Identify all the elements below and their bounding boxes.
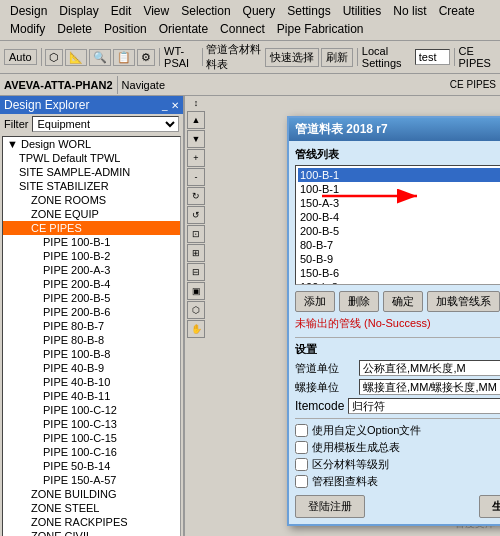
- pipe-list-item[interactable]: 100-b-8: [298, 280, 500, 285]
- tree-item[interactable]: ZONE STEEL: [3, 501, 180, 515]
- checkbox1[interactable]: [295, 424, 308, 437]
- filter-row: Filter Equipment: [0, 114, 183, 134]
- tree-item[interactable]: ZONE CIVIL: [3, 529, 180, 536]
- menu-display[interactable]: Display: [53, 2, 104, 20]
- pipe-list-box[interactable]: 100-B-1100-B-1150-A-3200-B-4200-B-580-B-…: [295, 165, 500, 285]
- nav-pan[interactable]: ✋: [187, 320, 205, 338]
- settings-input[interactable]: [415, 49, 450, 65]
- nav-iso[interactable]: ⬡: [187, 301, 205, 319]
- pipe-unit-input[interactable]: [359, 360, 500, 376]
- menu-modify[interactable]: Modify: [4, 20, 51, 38]
- nav-up[interactable]: ▲: [187, 111, 205, 129]
- tree-item[interactable]: TPWL Default TPWL: [3, 151, 180, 165]
- weld-unit-label: 螺接单位: [295, 380, 355, 395]
- menu-create[interactable]: Create: [433, 2, 481, 20]
- tree-item[interactable]: ZONE EQUIP: [3, 207, 180, 221]
- pipe-list-item[interactable]: 200-B-5: [298, 224, 500, 238]
- menu-design[interactable]: Design: [4, 2, 53, 20]
- filter-select[interactable]: Equipment: [32, 116, 179, 132]
- checkbox2[interactable]: [295, 441, 308, 454]
- menu-settings[interactable]: Settings: [281, 2, 336, 20]
- tree-item[interactable]: PIPE 200-B-4: [3, 277, 180, 291]
- pipe-list-item[interactable]: 100-B-1: [298, 168, 500, 182]
- tree-item[interactable]: PIPE 100-B-2: [3, 249, 180, 263]
- nav-rotate-cw[interactable]: ↻: [187, 187, 205, 205]
- tree-item[interactable]: PIPE 80-B-8: [3, 333, 180, 347]
- confirm-btn[interactable]: 确定: [383, 291, 423, 312]
- pipe-list-item[interactable]: 100-B-1: [298, 182, 500, 196]
- pipe-list-item[interactable]: 150-B-6: [298, 266, 500, 280]
- menu-query[interactable]: Query: [237, 2, 282, 20]
- filter-label: Filter: [4, 118, 28, 130]
- tree-item[interactable]: PIPE 40-B-11: [3, 389, 180, 403]
- tree-item[interactable]: PIPE 200-A-3: [3, 263, 180, 277]
- delete-btn[interactable]: 删除: [339, 291, 379, 312]
- panel-close-icon[interactable]: ✕: [171, 100, 179, 111]
- tree-item[interactable]: SITE STABILIZER: [3, 179, 180, 193]
- menu-utilities[interactable]: Utilities: [337, 2, 388, 20]
- weld-unit-input[interactable]: [359, 379, 500, 395]
- nav-side[interactable]: ▣: [187, 282, 205, 300]
- nav-rotate-ccw[interactable]: ↺: [187, 206, 205, 224]
- panel-minimize-icon[interactable]: _: [162, 100, 168, 111]
- nav-top[interactable]: ⊞: [187, 244, 205, 262]
- tree-item[interactable]: PIPE 150-A-57: [3, 473, 180, 487]
- nav-fit[interactable]: ⊡: [187, 225, 205, 243]
- quick-filter-btn[interactable]: 快速选择: [265, 48, 319, 67]
- pipe-list-item[interactable]: 50-B-9: [298, 252, 500, 266]
- generate-btn[interactable]: 生成料表: [479, 495, 500, 518]
- menu-position[interactable]: Position: [98, 20, 153, 38]
- tree-item[interactable]: ZONE RACKPIPES: [3, 515, 180, 529]
- toolbar-icon-5[interactable]: ⚙: [137, 49, 155, 66]
- tree-item[interactable]: ZONE ROOMS: [3, 193, 180, 207]
- pipe-list-item[interactable]: 200-B-4: [298, 210, 500, 224]
- checkbox3-row: 区分材料等级别: [295, 457, 500, 472]
- checkbox3[interactable]: [295, 458, 308, 471]
- menu-pipe-fab[interactable]: Pipe Fabrication: [271, 20, 370, 38]
- menu-nolist[interactable]: No list: [387, 2, 432, 20]
- menu-selection[interactable]: Selection: [175, 2, 236, 20]
- nav-down[interactable]: ▼: [187, 130, 205, 148]
- tree-item[interactable]: PIPE 100-B-1: [3, 235, 180, 249]
- pipe-list-item[interactable]: 150-A-3: [298, 196, 500, 210]
- dialog-title-text: 管道料表 2018 r7: [295, 121, 388, 138]
- toolbar-icon-4[interactable]: 📋: [113, 49, 135, 66]
- tree-item[interactable]: PIPE 100-C-16: [3, 445, 180, 459]
- tree-item[interactable]: PIPE 100-C-15: [3, 431, 180, 445]
- tree-item[interactable]: PIPE 40-B-10: [3, 375, 180, 389]
- tree-item[interactable]: PIPE 100-C-13: [3, 417, 180, 431]
- tree-item[interactable]: PIPE 200-B-6: [3, 305, 180, 319]
- ce-pipes-label: CE PIPES: [450, 79, 496, 90]
- tree-item[interactable]: PIPE 80-B-7: [3, 319, 180, 333]
- add-btn[interactable]: 添加: [295, 291, 335, 312]
- toolbar-icon-3[interactable]: 🔍: [89, 49, 111, 66]
- tree-item[interactable]: PIPE 100-C-12: [3, 403, 180, 417]
- itemcode-input[interactable]: [348, 398, 500, 414]
- tree-item[interactable]: ▼ Design WORL: [3, 137, 180, 151]
- menu-view[interactable]: View: [137, 2, 175, 20]
- pipe-list-item[interactable]: 80-B-7: [298, 238, 500, 252]
- toolbar-icon-1[interactable]: ⬡: [45, 49, 63, 66]
- tree-item[interactable]: SITE SAMPLE-ADMIN: [3, 165, 180, 179]
- register-btn[interactable]: 登陆注册: [295, 495, 365, 518]
- tree-item[interactable]: CE PIPES: [3, 221, 180, 235]
- add-pipe-btn[interactable]: 加载管线系: [427, 291, 500, 312]
- menu-delete[interactable]: Delete: [51, 20, 98, 38]
- material-label: 管道含材料料表: [206, 42, 263, 72]
- nav-zoom-out[interactable]: -: [187, 168, 205, 186]
- menu-connect[interactable]: Connect: [214, 20, 271, 38]
- tree-item[interactable]: PIPE 50-B-14: [3, 459, 180, 473]
- tree-item[interactable]: PIPE 200-B-5: [3, 291, 180, 305]
- refresh-btn[interactable]: 刷新: [321, 48, 353, 67]
- tree-item[interactable]: ZONE BUILDING: [3, 487, 180, 501]
- menu-orientate[interactable]: Orientate: [153, 20, 214, 38]
- separator1: [41, 48, 42, 66]
- checkbox4[interactable]: [295, 475, 308, 488]
- tree-item[interactable]: PIPE 100-B-8: [3, 347, 180, 361]
- tree-item[interactable]: PIPE 40-B-9: [3, 361, 180, 375]
- nav-zoom-in[interactable]: +: [187, 149, 205, 167]
- menu-edit[interactable]: Edit: [105, 2, 138, 20]
- toolbar-icon-2[interactable]: 📐: [65, 49, 87, 66]
- nav-front[interactable]: ⊟: [187, 263, 205, 281]
- auto-button[interactable]: Auto: [4, 49, 37, 65]
